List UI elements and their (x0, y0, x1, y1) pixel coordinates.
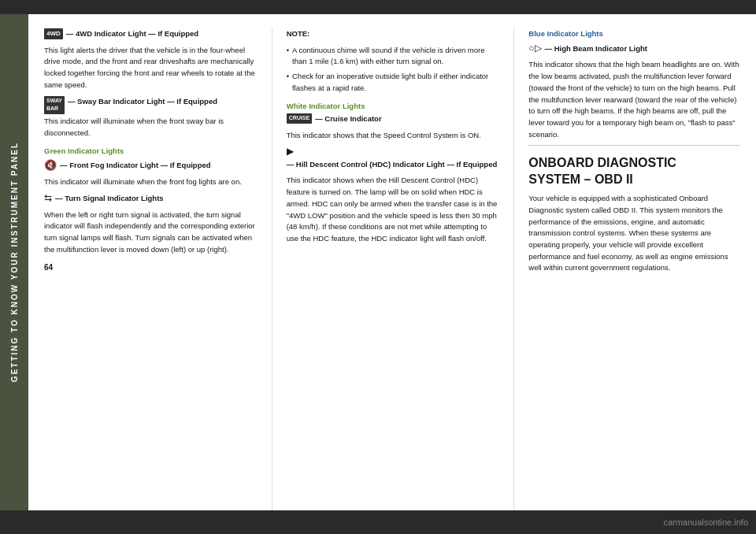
sidebar-label: GETTING TO KNOW YOUR INSTRUMENT PANEL (10, 142, 19, 382)
cruise-heading-row: CRUISE — Cruise Indicator (287, 113, 498, 128)
bullet-dot-2: • (287, 71, 289, 94)
content-area: 4WD — 4WD Indicator Light — If Equipped … (28, 14, 756, 510)
fog-icon: 🔇 (44, 160, 57, 170)
4wd-body: This light alerts the driver that the ve… (44, 45, 256, 91)
swaybar-icon: SWAYBAR (44, 96, 65, 115)
cruise-icon: CRUISE (287, 113, 312, 124)
bullet-text-2: Check for an inoperative outside light b… (292, 71, 498, 94)
bullet-text-1: A continuous chime will sound if the veh… (292, 45, 498, 68)
col-right: Blue Indicator Lights ○▷ — High Beam Ind… (513, 28, 740, 510)
bullet-1: • A continuous chime will sound if the v… (287, 45, 498, 68)
obd-title: ONBOARD DIAGNOSTIC SYSTEM – OBD II (528, 155, 740, 188)
columns: 4WD — 4WD Indicator Light — If Equipped … (28, 28, 756, 510)
col-middle: NOTE: • A continuous chime will sound if… (272, 28, 498, 510)
page-number: 64 (44, 261, 256, 274)
4wd-title: — 4WD Indicator Light — If Equipped (66, 28, 198, 40)
blue-header: Blue Indicator Lights (528, 28, 740, 40)
green-header: Green Indicator Lights (44, 146, 256, 158)
note-label: NOTE: (287, 28, 498, 40)
4wd-heading-row: 4WD — 4WD Indicator Light — If Equipped (44, 28, 256, 43)
cruise-body: This indicator shows that the Speed Cont… (287, 130, 498, 142)
bullet-dot-1: • (287, 45, 289, 68)
bottom-bar: carmanualsontine.info (0, 510, 756, 534)
swaybar-title: — Sway Bar Indicator Light — If Equipped (68, 96, 217, 108)
turn-icon: ⇆ (44, 193, 52, 202)
hdc-body: This indicator shows when the Hill Desce… (287, 175, 498, 244)
4wd-icon: 4WD (44, 28, 63, 39)
fog-title: — Front Fog Indicator Light — If Equippe… (60, 160, 211, 172)
main-content: GETTING TO KNOW YOUR INSTRUMENT PANEL 4W… (0, 14, 756, 510)
turn-body: When the left or right turn signal is ac… (44, 210, 256, 256)
highbeam-heading-row: ○▷ — High Beam Indicator Light (528, 43, 740, 58)
swaybar-body: This indicator will illuminate when the … (44, 116, 256, 139)
watermark: carmanualsontine.info (663, 517, 748, 527)
col-left: 4WD — 4WD Indicator Light — If Equipped … (44, 28, 256, 510)
hdc-title: — Hill Descent Control (HDC) Indicator L… (287, 159, 498, 171)
hdc-icon: ▶ (287, 146, 294, 156)
note-keyword: NOTE: (287, 29, 310, 38)
turn-heading-row: ⇆ — Turn Signal Indicator Lights (44, 193, 256, 208)
fog-body: This indicator will illuminate when the … (44, 176, 256, 188)
turn-title: — Turn Signal Indicator Lights (55, 193, 164, 205)
highbeam-body: This indicator shows that the high beam … (528, 59, 740, 140)
swaybar-heading-row: SWAYBAR — Sway Bar Indicator Light — If … (44, 96, 256, 115)
white-header: White Indicator Lights (287, 101, 498, 113)
highbeam-icon: ○▷ (528, 43, 541, 53)
top-bar (0, 0, 756, 14)
sidebar: GETTING TO KNOW YOUR INSTRUMENT PANEL (0, 14, 28, 510)
hdc-heading-row: ▶ — Hill Descent Control (HDC) Indicator… (287, 146, 498, 174)
highbeam-title: — High Beam Indicator Light (545, 43, 647, 55)
cruise-title: — Cruise Indicator (315, 113, 381, 125)
obd-body: Your vehicle is equipped with a sophisti… (528, 193, 740, 274)
bullet-2: • Check for an inoperative outside light… (287, 71, 498, 94)
divider (528, 145, 740, 146)
fog-heading-row: 🔇 — Front Fog Indicator Light — If Equip… (44, 160, 256, 175)
